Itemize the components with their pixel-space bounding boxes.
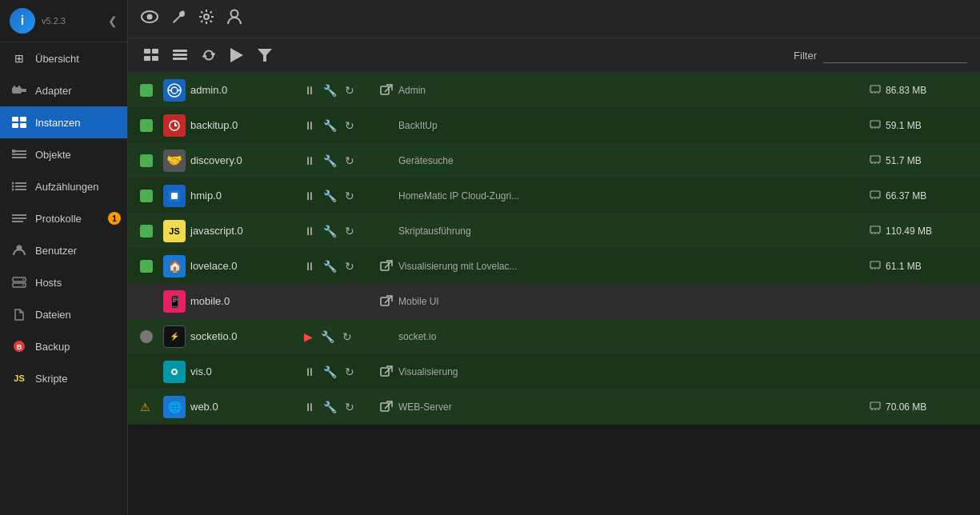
reload-button[interactable]: ↻ bbox=[343, 364, 356, 380]
benutzer-label: Benutzer bbox=[35, 245, 77, 257]
memory-icon bbox=[870, 259, 881, 273]
instance-memory: 110.49 MB bbox=[870, 224, 974, 238]
svg-rect-63 bbox=[870, 191, 880, 198]
pause-button[interactable]: ⏸ bbox=[302, 223, 317, 239]
pause-button[interactable]: ⏸ bbox=[302, 364, 317, 380]
pause-button[interactable]: ⏸ bbox=[302, 258, 317, 274]
reload-button[interactable]: ↻ bbox=[341, 329, 354, 345]
person-icon[interactable] bbox=[227, 9, 242, 29]
instance-controls: ⏸ 🔧 ↻ bbox=[302, 153, 374, 169]
config-button[interactable]: 🔧 bbox=[322, 364, 338, 380]
table-row: JS javascript.0 ⏸ 🔧 ↻ Skriptausführung bbox=[128, 214, 980, 249]
svg-rect-32 bbox=[144, 49, 150, 54]
config-button[interactable]: 🔧 bbox=[322, 399, 338, 415]
hmip-inst-icon bbox=[163, 185, 186, 207]
reload-button[interactable]: ↻ bbox=[343, 118, 356, 134]
play-all-button[interactable] bbox=[227, 45, 246, 66]
sidebar-item-uebersicht[interactable]: ⊞ Übersicht bbox=[0, 42, 127, 74]
table-row: ⚡ socketio.0 ▶ 🔧 ↻ socket.io bbox=[128, 319, 980, 354]
sidebar-item-aufzaehlungen[interactable]: Aufzählungen bbox=[0, 170, 127, 202]
eye-icon[interactable] bbox=[141, 10, 158, 27]
instance-icon-backup bbox=[158, 114, 190, 137]
refresh-button[interactable] bbox=[198, 45, 219, 66]
benutzer-icon bbox=[11, 242, 27, 258]
aufzaehlungen-label: Aufzählungen bbox=[35, 181, 99, 193]
instance-name: admin.0 bbox=[190, 84, 302, 96]
sidebar-item-instanzen[interactable]: Instanzen bbox=[0, 106, 127, 138]
sidebar-item-objekte[interactable]: Objekte bbox=[0, 138, 127, 170]
play-button[interactable]: ▶ bbox=[302, 329, 314, 345]
sidebar-item-dateien[interactable]: Dateien bbox=[0, 298, 127, 330]
config-button[interactable]: 🔧 bbox=[322, 258, 338, 274]
svg-rect-38 bbox=[173, 58, 187, 60]
svg-rect-45 bbox=[381, 86, 389, 94]
sidebar-item-skripte[interactable]: JS Skripte bbox=[0, 362, 127, 394]
sidebar: i v5.2.3 ❮ ⊞ Übersicht Adapter Instan bbox=[0, 0, 128, 515]
link-button[interactable] bbox=[374, 260, 398, 273]
pause-button[interactable]: ⏸ bbox=[302, 153, 317, 169]
reload-button[interactable]: ↻ bbox=[343, 258, 356, 274]
list-view-button[interactable] bbox=[170, 46, 190, 65]
sidebar-item-adapter[interactable]: Adapter bbox=[0, 74, 127, 106]
top-toolbar bbox=[128, 0, 980, 38]
instance-name: backitup.0 bbox=[190, 119, 302, 131]
filter-label: Filter bbox=[794, 50, 817, 62]
admin-icon bbox=[163, 79, 186, 102]
pause-button[interactable]: ⏸ bbox=[302, 118, 317, 134]
status-indicator bbox=[134, 154, 158, 167]
svg-rect-77 bbox=[381, 297, 389, 305]
gear-icon[interactable] bbox=[198, 9, 214, 29]
svg-point-80 bbox=[173, 370, 176, 373]
svg-rect-62 bbox=[171, 193, 178, 199]
instances-table: admin.0 ⏸ 🔧 ↻ Admin bbox=[128, 73, 980, 515]
svg-rect-53 bbox=[870, 121, 880, 127]
aufzaehlungen-icon bbox=[11, 178, 27, 194]
table-row: 🏠 lovelace.0 ⏸ 🔧 ↻ Visualisierung mit Lo… bbox=[128, 249, 980, 284]
filter-icon[interactable] bbox=[254, 46, 275, 65]
sidebar-item-hosts[interactable]: Hosts bbox=[0, 266, 127, 298]
pause-button[interactable]: ⏸ bbox=[302, 82, 317, 98]
link-button[interactable] bbox=[374, 295, 398, 308]
svg-point-29 bbox=[147, 14, 153, 20]
wrench-icon[interactable] bbox=[171, 10, 186, 28]
table-row: hmip.0 ⏸ 🔧 ↻ HomeMatic IP Cloud-Zugri... bbox=[128, 178, 980, 214]
lovelace-inst-icon: 🏠 bbox=[163, 255, 186, 277]
config-button[interactable]: 🔧 bbox=[322, 153, 338, 169]
reload-button[interactable]: ↻ bbox=[343, 223, 356, 239]
instance-desc: BackItUp bbox=[398, 120, 870, 131]
config-button[interactable]: 🔧 bbox=[322, 82, 338, 98]
svg-rect-35 bbox=[152, 56, 158, 61]
status-indicator: ⚠ bbox=[134, 401, 158, 413]
table-row: vis.0 ⏸ 🔧 ↻ Visualisierung bbox=[128, 354, 980, 389]
grid-view-button[interactable] bbox=[141, 46, 162, 65]
instance-memory: 86.83 MB bbox=[870, 83, 974, 97]
filter-input[interactable] bbox=[823, 47, 967, 63]
instance-controls: ⏸ 🔧 ↻ bbox=[302, 399, 374, 415]
config-button[interactable]: 🔧 bbox=[322, 188, 338, 204]
instance-controls: ⏸ 🔧 ↻ bbox=[302, 258, 374, 274]
pause-button[interactable]: ⏸ bbox=[302, 399, 317, 415]
sidebar-collapse-button[interactable]: ❮ bbox=[108, 14, 118, 27]
config-button[interactable]: 🔧 bbox=[322, 118, 338, 134]
link-button[interactable] bbox=[374, 84, 398, 97]
reload-button[interactable]: ↻ bbox=[343, 188, 356, 204]
sidebar-item-backup[interactable]: B Backup bbox=[0, 330, 127, 362]
sidebar-item-benutzer[interactable]: Benutzer bbox=[0, 234, 127, 266]
sidebar-item-protokolle[interactable]: Protokolle 1 bbox=[0, 202, 127, 234]
instance-icon-socketio: ⚡ bbox=[158, 325, 190, 348]
reload-button[interactable]: ↻ bbox=[343, 399, 356, 415]
svg-rect-83 bbox=[381, 403, 389, 411]
reload-button[interactable]: ↻ bbox=[343, 153, 356, 169]
hosts-label: Hosts bbox=[35, 277, 62, 289]
reload-button[interactable]: ↻ bbox=[343, 82, 356, 98]
instance-name: javascript.0 bbox=[190, 225, 302, 237]
pause-button[interactable]: ⏸ bbox=[302, 188, 317, 204]
config-button[interactable]: 🔧 bbox=[319, 329, 336, 345]
config-button[interactable]: 🔧 bbox=[322, 223, 338, 239]
instance-controls: ⏸ 🔧 ↻ bbox=[302, 188, 374, 204]
svg-rect-67 bbox=[870, 226, 880, 233]
link-button[interactable] bbox=[374, 365, 398, 378]
link-button[interactable] bbox=[374, 401, 398, 413]
table-row: ⚠ 🌐 web.0 ⏸ 🔧 ↻ WEB-Server bbox=[128, 389, 980, 425]
protokolle-label: Protokolle bbox=[35, 213, 82, 225]
